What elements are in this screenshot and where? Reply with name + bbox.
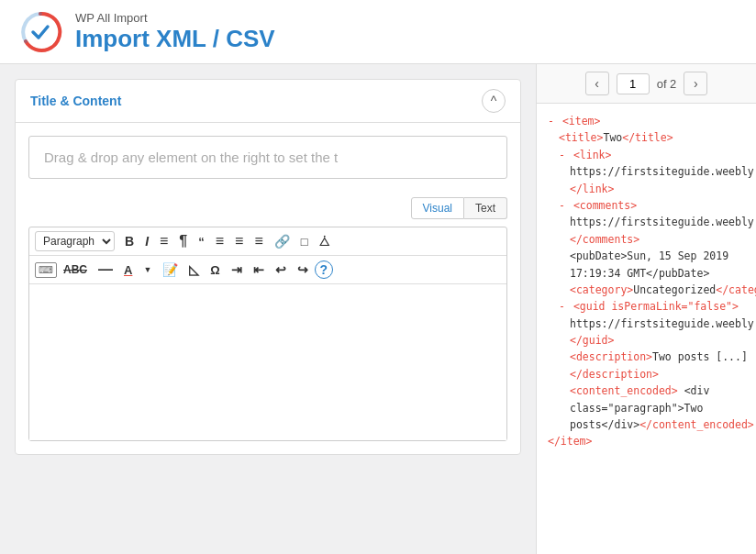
header-main-title: Import XML / CSV: [75, 25, 275, 53]
outdent-button[interactable]: ⇤: [249, 260, 269, 279]
align-left-button[interactable]: ≡: [211, 231, 228, 251]
header-title-block: WP All Import Import XML / CSV: [75, 11, 275, 53]
blockquote-button[interactable]: “: [194, 233, 209, 250]
editor-container: Paragraph B I ≡ ¶ “ ≡ ≡ ≡ 🔗 □ ⧊ ⌨: [28, 227, 507, 441]
xml-line: - <guid isPermaLink="false">: [548, 298, 745, 315]
prev-page-button[interactable]: ‹: [585, 72, 609, 95]
hr-button[interactable]: —: [94, 260, 117, 280]
xml-line: </link>: [548, 181, 745, 197]
fullscreen-button[interactable]: ⧊: [315, 233, 334, 250]
drag-drop-placeholder: Drag & drop any element on the right to …: [44, 150, 338, 165]
xml-line: </comments>: [548, 231, 745, 248]
unordered-list-button[interactable]: ≡: [155, 231, 172, 251]
xml-content: - <item> <title>Two</title> - <link> htt…: [537, 104, 756, 554]
editor-tabs: Visual Text: [16, 192, 520, 219]
xml-line: class="paragraph">Two: [548, 400, 745, 416]
redo-button[interactable]: ↪: [293, 260, 313, 279]
align-right-button[interactable]: ≡: [250, 231, 267, 251]
xml-line: https://firstsiteguide.weebly.com/r: [548, 316, 745, 332]
title-content-section: Title & Content ^ Drag & drop any elemen…: [15, 79, 521, 455]
align-center-button[interactable]: ≡: [230, 231, 248, 251]
bullet-icon: -: [548, 115, 554, 127]
xml-line: - <link>: [548, 147, 745, 163]
collapse-button[interactable]: ^: [482, 89, 506, 113]
xml-line: 17:19:34 GMT</pubDate>: [548, 265, 745, 282]
xml-line: <description>Two posts [...]: [548, 349, 745, 365]
tab-text[interactable]: Text: [464, 197, 507, 219]
undo-button[interactable]: ↩: [271, 260, 291, 279]
bold-button[interactable]: B: [120, 232, 139, 250]
xml-line: </guid>: [548, 332, 745, 349]
main-layout: Title & Content ^ Drag & drop any elemen…: [0, 64, 756, 554]
logo: [18, 10, 62, 54]
xml-line: posts</div></content_encoded>: [548, 416, 745, 433]
left-panel: Title & Content ^ Drag & drop any elemen…: [0, 64, 536, 554]
section-title: Title & Content: [30, 94, 121, 108]
italic-button[interactable]: I: [140, 232, 153, 250]
xml-line: https://firstsiteguide.weebly.com/r: [548, 214, 745, 230]
special-chars-button[interactable]: Ω: [206, 261, 224, 279]
tab-visual[interactable]: Visual: [411, 197, 464, 219]
link-button[interactable]: 🔗: [270, 232, 295, 250]
indent-button[interactable]: ⇥: [227, 260, 247, 279]
xml-line: https://firstsiteguide.weebly.com/r: [548, 163, 745, 180]
keyboard-icon: ⌨: [35, 262, 57, 278]
strikethrough-button[interactable]: ABC: [59, 261, 92, 278]
toolbar-row1: Paragraph B I ≡ ¶ “ ≡ ≡ ≡ 🔗 □ ⧊: [29, 227, 506, 256]
tag-item: <item>: [562, 115, 601, 127]
paste-button[interactable]: 📝: [158, 260, 183, 279]
page-input[interactable]: [617, 73, 650, 94]
font-color-arrow[interactable]: ▼: [139, 263, 156, 277]
header: WP All Import Import XML / CSV: [0, 0, 756, 64]
xml-line: </description>: [548, 366, 745, 382]
header-subtitle: WP All Import: [75, 11, 275, 25]
paragraph-select[interactable]: Paragraph: [35, 231, 115, 251]
section-header: Title & Content ^: [16, 80, 520, 123]
drag-drop-area: Drag & drop any element on the right to …: [28, 136, 507, 179]
xml-line: <category>Uncategorized</catego: [548, 282, 745, 298]
xml-line: - <item>: [548, 113, 745, 129]
xml-panel: ‹ of 2 › - <item> <title>Two</title> - <…: [536, 64, 756, 554]
xml-line: <pubDate>Sun, 15 Sep 2019: [548, 248, 745, 264]
page-of-label: of 2: [657, 77, 677, 91]
editor-body[interactable]: [29, 284, 506, 440]
xml-line: <content_encoded> <div: [548, 382, 745, 399]
xml-line: </item>: [548, 433, 745, 449]
help-button[interactable]: ?: [315, 260, 333, 279]
eraser-button[interactable]: ◺: [184, 260, 204, 279]
font-color-button[interactable]: A: [119, 261, 137, 279]
ordered-list-button[interactable]: ¶: [174, 231, 192, 251]
xml-line: <title>Two</title>: [548, 129, 745, 146]
table-button[interactable]: □: [296, 233, 313, 250]
xml-line: - <comments>: [548, 197, 745, 214]
toolbar-row2: ⌨ ABC — A ▼ 📝 ◺ Ω ⇥ ⇤ ↩ ↪ ?: [29, 256, 506, 284]
next-page-button[interactable]: ›: [684, 72, 707, 95]
xml-nav: ‹ of 2 ›: [537, 64, 756, 104]
